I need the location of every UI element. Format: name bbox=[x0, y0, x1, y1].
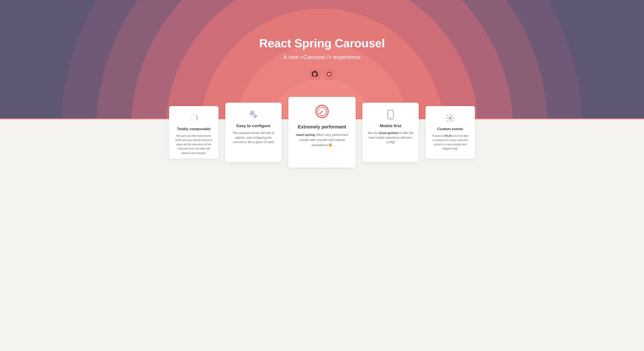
card-body-strong: react-spring bbox=[296, 133, 315, 136]
subtitle-prefix: A new bbox=[284, 54, 300, 60]
svg-rect-19 bbox=[253, 116, 254, 117]
github-icon bbox=[312, 71, 318, 78]
svg-rect-8 bbox=[252, 111, 253, 112]
npm-link[interactable] bbox=[324, 69, 335, 80]
feature-card-events[interactable]: Custom events Thanks to RxJS you'll be a… bbox=[426, 106, 475, 158]
svg-point-6 bbox=[193, 121, 194, 121]
github-link[interactable] bbox=[309, 69, 320, 80]
svg-point-26 bbox=[324, 112, 326, 112]
spinner-icon bbox=[189, 113, 199, 123]
svg-point-3 bbox=[192, 116, 192, 116]
svg-point-1 bbox=[195, 115, 196, 116]
svg-point-15 bbox=[252, 112, 253, 114]
hero-content: React Spring Carousel A new <Carousel />… bbox=[259, 36, 385, 80]
svg-point-0 bbox=[193, 114, 194, 116]
subtitle-tag: <Carousel /> bbox=[300, 54, 332, 60]
svg-point-25 bbox=[324, 109, 325, 110]
subtitle-suffix: experience bbox=[332, 54, 360, 60]
card-body-prefix: Thanks to bbox=[432, 134, 445, 138]
svg-rect-18 bbox=[255, 118, 256, 118]
svg-point-38 bbox=[449, 117, 451, 119]
card-title: Extremely performant bbox=[298, 124, 346, 130]
svg-rect-17 bbox=[255, 114, 256, 115]
svg-point-4 bbox=[190, 118, 191, 118]
svg-point-27 bbox=[321, 110, 323, 112]
svg-point-45 bbox=[447, 120, 448, 121]
feature-card-composable[interactable]: Totally composable We give you the instr… bbox=[169, 106, 218, 158]
card-title: Custom events bbox=[437, 127, 463, 131]
feature-card-performant[interactable]: Extremely performant react-spring offers… bbox=[288, 97, 356, 168]
svg-point-41 bbox=[446, 118, 447, 119]
gauge-icon bbox=[314, 104, 330, 119]
svg-point-24 bbox=[322, 108, 322, 109]
svg-rect-9 bbox=[252, 115, 253, 116]
svg-point-42 bbox=[454, 118, 454, 119]
card-body-prefix: We use bbox=[368, 131, 379, 134]
svg-point-21 bbox=[255, 116, 256, 117]
feature-card-configure[interactable]: Easy to configure The carousel comes wit… bbox=[225, 103, 282, 162]
npm-icon bbox=[326, 71, 332, 78]
page-subtitle: A new <Carousel /> experience bbox=[259, 54, 385, 60]
tablet-icon bbox=[386, 110, 396, 120]
card-body: react-spring offers very performant resu… bbox=[294, 132, 350, 148]
svg-point-46 bbox=[452, 120, 454, 121]
card-body: We give you the instruments (API) and yo… bbox=[174, 134, 214, 155]
svg-rect-10 bbox=[250, 113, 251, 114]
svg-rect-20 bbox=[256, 116, 257, 117]
svg-rect-11 bbox=[254, 113, 255, 114]
svg-point-40 bbox=[450, 121, 451, 122]
features-carousel-section: Totally composable We give you the instr… bbox=[0, 97, 644, 185]
svg-point-29 bbox=[390, 117, 391, 118]
gears-icon bbox=[248, 110, 258, 120]
page-title: React Spring Carousel bbox=[259, 36, 385, 50]
carousel-container[interactable]: Totally composable We give you the instr… bbox=[0, 97, 644, 168]
card-body-strong: RxJS bbox=[445, 134, 452, 138]
feature-card-mobile[interactable]: Mobile first We use @use-gesture to offe… bbox=[362, 103, 419, 162]
card-body: The carousel comes with lots of options,… bbox=[230, 131, 276, 144]
svg-point-43 bbox=[447, 115, 448, 116]
card-body-strong: @use-gesture bbox=[379, 131, 398, 134]
hero-link-buttons bbox=[259, 69, 385, 80]
network-icon bbox=[445, 113, 455, 123]
svg-point-5 bbox=[191, 120, 192, 120]
card-title: Totally composable bbox=[177, 127, 210, 131]
card-body: We use @use-gesture to offer the best mo… bbox=[368, 131, 414, 144]
card-title: Mobile first bbox=[380, 124, 401, 128]
card-title: Easy to configure bbox=[236, 124, 270, 128]
svg-point-44 bbox=[452, 115, 454, 116]
svg-point-39 bbox=[450, 114, 451, 115]
card-body: Thanks to RxJS you'll be able to respond… bbox=[430, 134, 470, 151]
fire-emoji: 🔥 bbox=[328, 143, 332, 147]
